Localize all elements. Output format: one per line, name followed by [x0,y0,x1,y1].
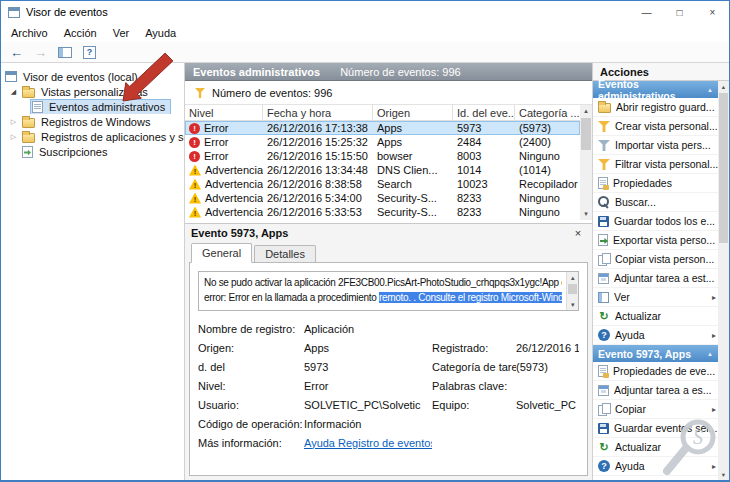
action-ver[interactable]: Ver▸ [593,288,718,307]
level-text: Advertencia [205,206,263,218]
source-cell: bowser [373,149,453,163]
event-description[interactable]: No se pudo activar la aplicación 2FE3CB0… [198,271,579,311]
action-crear-vista-personalizada[interactable]: Crear vista personal... [593,117,718,136]
action-propiedades[interactable]: Propiedades [593,174,718,193]
description-line-2: error: Error en la llamada a procedimien… [204,290,562,305]
action-importar-vista-personalizada[interactable]: Importar vista pers... [593,136,718,155]
column-categoria[interactable]: Categoría ... [515,105,580,120]
close-button[interactable]: × [696,1,729,23]
actions-section-eventos-administrativos[interactable]: Eventos administrativos ▲ [593,81,718,98]
scroll-down-icon[interactable]: ▾ [567,299,578,310]
scroll-up-icon[interactable]: ▴ [580,105,592,117]
scroll-up-icon[interactable]: ▴ [567,272,578,283]
menu-ver[interactable]: Ver [105,27,138,39]
action-buscar[interactable]: Buscar... [593,193,718,212]
warning-icon [189,165,201,176]
column-id[interactable]: Id. del eve... [453,105,515,120]
event-fields: Nombre de registro: Aplicación Origen: A… [198,319,579,452]
tree-item-suscripciones[interactable]: Suscripciones [1,144,184,159]
help-icon[interactable]: ? [83,46,96,59]
events-header-title: Eventos administrativos [193,66,320,78]
action-copiar[interactable]: Copiar▸ [593,400,718,419]
actions-section-evento-5973[interactable]: Evento 5973, Apps ▲ [593,345,718,362]
action-adjuntar-tarea-evento[interactable]: Adjuntar tarea a es... [593,381,718,400]
scroll-down-icon[interactable]: ▾ [718,469,729,480]
maximize-button[interactable]: □ [663,1,696,23]
event-row[interactable]: Advertencia 26/12/2016 8:38:58 Search 10… [185,177,580,191]
save-icon [598,423,609,434]
tab-general[interactable]: General [191,243,252,263]
event-log-help-link[interactable]: Ayuda Registro de eventos [304,437,432,449]
field-value: Apps [304,342,432,354]
column-fecha[interactable]: Fecha y hora [263,105,373,120]
field-value: (5973) [516,361,579,373]
event-row[interactable]: Error 26/12/2016 15:15:50 bowser 8003 Ni… [185,149,580,163]
event-row[interactable]: Error 26/12/2016 17:13:38 Apps 5973 (597… [185,121,580,135]
back-icon[interactable]: ← [10,46,23,59]
action-ayuda-evento[interactable]: ?Ayuda▸ [593,457,718,476]
action-actualizar[interactable]: ↻Actualizar [593,307,718,326]
event-row[interactable]: Advertencia 26/12/2016 5:34:00 Security-… [185,191,580,205]
tree-item-registros-windows[interactable]: ▷ Registros de Windows [1,114,184,129]
source-cell: Security-S... [373,191,453,205]
tree-label-admin-events: Eventos administrativos [47,101,167,113]
field-row: Más información: Ayuda Registro de event… [198,433,579,452]
tree-selection: Eventos administrativos [31,100,170,114]
events-table: Nivel Fecha y hora Origen Id. del eve...… [185,105,592,223]
action-propiedades-de-evento[interactable]: Propiedades de eve... [593,362,718,381]
column-nivel[interactable]: Nivel [185,105,263,120]
menu-accion[interactable]: Acción [56,27,105,39]
collapse-icon[interactable]: ▲ [707,87,713,93]
field-row: Usuario: SOLVETIC_PC\Solvetic Equipo: So… [198,395,579,414]
action-exportar-vista-personalizada[interactable]: Exportar vista perso... [593,231,718,250]
scrollbar-thumb[interactable] [581,118,591,150]
level-text: Error [204,136,228,148]
tab-detalles[interactable]: Detalles [254,245,316,262]
field-label: Nivel: [198,380,304,392]
minimize-button[interactable]: — [630,1,663,23]
event-viewer-app-icon [8,7,20,18]
event-row[interactable]: Advertencia 26/12/2016 13:34:48 DNS Clie… [185,163,580,177]
column-origen[interactable]: Origen [373,105,453,120]
action-ayuda[interactable]: ?Ayuda▸ [593,326,718,345]
collapse-icon[interactable]: ▲ [707,351,713,357]
events-header-count: Número de eventos: 996 [340,66,460,78]
actions-scrollbar[interactable]: ▴ ▾ [718,81,729,480]
scrollbar-thumb[interactable] [568,284,577,294]
event-row[interactable]: Error 26/12/2016 15:25:32 Apps 2484 (240… [185,135,580,149]
custom-view-icon [32,101,43,113]
description-scrollbar[interactable]: ▴ ▾ [566,272,578,310]
date-cell: 26/12/2016 13:34:48 [263,163,373,177]
action-guardar-eventos-seleccionados[interactable]: Guardar eventos sel... [593,419,718,438]
scroll-down-icon[interactable]: ▾ [580,208,592,220]
action-filtrar-vista-personalizada[interactable]: Filtrar vista personal... [593,155,718,174]
level-cell: Advertencia [185,205,263,219]
action-adjuntar-tarea[interactable]: Adjuntar tarea a est... [593,269,718,288]
section-title: Eventos administrativos [598,78,707,102]
expanded-arrow-icon[interactable]: ◢ [9,88,18,96]
event-row[interactable]: Advertencia 26/12/2016 5:33:53 Security-… [185,205,580,219]
action-actualizar-evento[interactable]: ↻Actualizar [593,438,718,457]
action-copiar-vista-personalizada[interactable]: Copiar vista person... [593,250,718,269]
warning-icon [189,193,201,204]
menu-archivo[interactable]: Archivo [3,27,56,39]
date-cell: 26/12/2016 17:13:38 [263,121,373,135]
console-tree-icon[interactable] [58,47,72,58]
table-scrollbar[interactable]: ▴ ▾ [580,105,592,220]
collapsed-arrow-icon[interactable]: ▷ [9,118,18,126]
tree-item-registros-aplicaciones[interactable]: ▷ Registros de aplicaciones y servicios [1,129,184,144]
scrollbar-thumb[interactable] [719,93,728,243]
action-guardar-todos-los-eventos[interactable]: Guardar todos los e... [593,212,718,231]
tree-item-root[interactable]: Visor de eventos (local) [1,69,184,84]
tree-item-vistas-personalizadas[interactable]: ◢ Vistas personalizadas [1,84,184,99]
collapsed-arrow-icon[interactable]: ▷ [9,133,18,141]
scroll-up-icon[interactable]: ▴ [718,81,729,92]
level-text: Error [204,122,228,134]
tree-item-eventos-administrativos[interactable]: Eventos administrativos [1,99,184,114]
close-icon[interactable]: × [570,227,586,239]
properties-icon [598,177,608,189]
menu-ayuda[interactable]: Ayuda [137,27,184,39]
folder-icon [22,118,35,128]
open-folder-icon [598,103,611,113]
events-pane-header: Eventos administrativos Número de evento… [185,63,592,81]
